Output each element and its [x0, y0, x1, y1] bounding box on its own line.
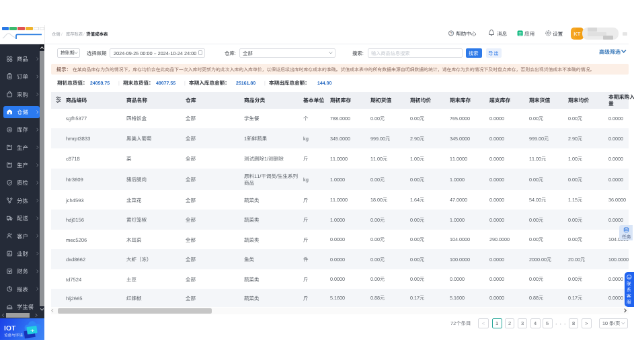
- svg-text:?: ?: [450, 32, 452, 36]
- svg-text:KT: KT: [573, 31, 580, 37]
